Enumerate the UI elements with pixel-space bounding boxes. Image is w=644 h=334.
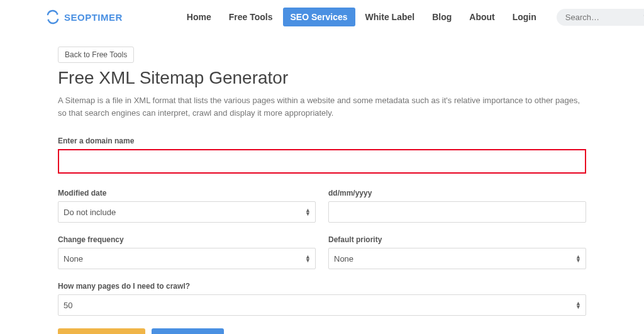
- change-frequency-label: Change frequency: [58, 235, 316, 244]
- domain-label: Enter a domain name: [58, 136, 586, 145]
- default-priority-select[interactable]: None: [328, 248, 586, 269]
- date-format-label: dd/mm/yyyy: [328, 189, 586, 198]
- nav-about[interactable]: About: [462, 8, 502, 26]
- default-priority-label: Default priority: [328, 235, 586, 244]
- main-nav: Home Free Tools SEO Services White Label…: [179, 8, 544, 26]
- crawl-pages-select[interactable]: 50: [58, 294, 586, 316]
- modified-date-select[interactable]: Do not include: [58, 201, 316, 223]
- logo-text: SEOPTIMER: [64, 12, 123, 23]
- search-input[interactable]: [557, 9, 644, 26]
- save-xml-button[interactable]: Save XML File: [152, 328, 224, 334]
- nav-seo-services[interactable]: SEO Services: [283, 8, 355, 26]
- crawl-pages-label: How many pages do I need to crawl?: [58, 282, 586, 291]
- domain-input[interactable]: [58, 149, 586, 174]
- change-frequency-select[interactable]: None: [58, 248, 316, 269]
- svg-point-1: [48, 19, 50, 21]
- svg-point-0: [57, 13, 58, 15]
- back-button[interactable]: Back to Free Tools: [58, 47, 134, 63]
- page-title: Free XML Sitemap Generator: [58, 68, 586, 88]
- page-description: A Sitemap is a file in XML format that l…: [58, 94, 586, 119]
- nav-home[interactable]: Home: [179, 8, 219, 26]
- generate-sitemap-button[interactable]: Generate Sitemap: [58, 328, 145, 334]
- date-input[interactable]: [328, 201, 586, 223]
- search-wrap: [557, 9, 644, 26]
- nav-blog[interactable]: Blog: [425, 8, 459, 26]
- nav-login[interactable]: Login: [505, 8, 544, 26]
- modified-date-label: Modified date: [58, 189, 316, 198]
- nav-free-tools[interactable]: Free Tools: [221, 8, 280, 26]
- logo-icon: [45, 9, 60, 25]
- logo[interactable]: SEOPTIMER: [45, 9, 123, 25]
- nav-white-label[interactable]: White Label: [358, 8, 423, 26]
